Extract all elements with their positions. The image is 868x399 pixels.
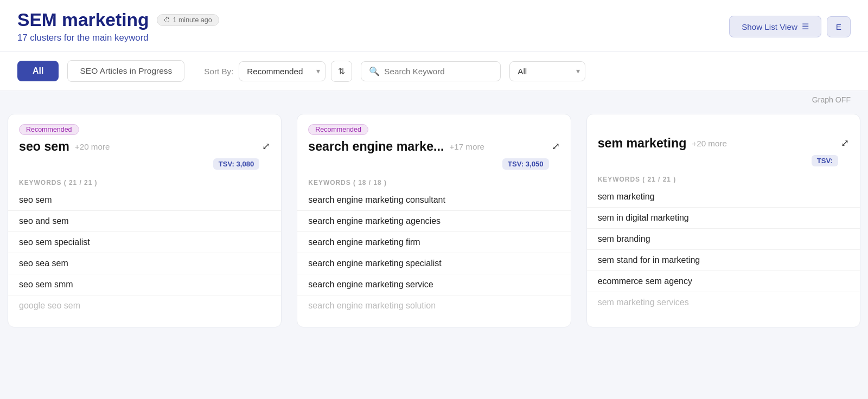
keyword-row[interactable]: search engine marketing firm [297, 232, 570, 253]
tsv-badge: TSV: 3,050 [502, 158, 549, 170]
keyword-row[interactable]: ecommerce sem agency [587, 271, 860, 292]
filter-select-wrapper: All In Progress Done [509, 61, 585, 81]
header-right: Show List View ☰ E [729, 16, 851, 37]
sort-order-icon: ⇅ [338, 67, 345, 76]
clock-icon: ⏱ [164, 16, 170, 24]
keyword-row[interactable]: sem branding [587, 229, 860, 250]
more-label: +17 more [449, 142, 484, 151]
more-label: +20 more [692, 139, 727, 148]
export-icon: E [836, 22, 841, 31]
keyword-row[interactable]: seo sem [8, 190, 281, 211]
card-header: sem marketing +20 more ⤢ TSV: [587, 114, 860, 156]
keywords-header: KEYWORDS ( 18 / 18 ) [297, 172, 570, 190]
card-header: Recommended search engine marke... +17 m… [297, 114, 570, 159]
expand-icon[interactable]: ⤢ [552, 141, 560, 152]
keyword-row[interactable]: search engine marketing consultant [297, 190, 570, 211]
expand-icon[interactable]: ⤢ [262, 141, 270, 152]
expand-icon[interactable]: ⤢ [841, 138, 849, 149]
sort-select-wrapper: Recommended Volume Difficulty [239, 61, 326, 81]
sort-label: Sort By: [204, 67, 233, 76]
card-title: seo sem +20 more [19, 139, 110, 154]
cluster-subtitle: 17 clusters for the main keyword [17, 33, 219, 43]
keyword-row[interactable]: sem marketing services [587, 292, 860, 313]
keyword-row[interactable]: search engine marketing specialist [297, 253, 570, 274]
keyword-row[interactable]: google seo sem [8, 295, 281, 316]
keyword-card: Recommended seo sem +20 more ⤢ TSV: 3,08… [8, 114, 282, 327]
tsv-badge: TSV: 3,080 [213, 158, 260, 170]
card-title: search engine marke... +17 more [308, 139, 484, 154]
toolbar: All SEO Articles in Progress Sort By: Re… [0, 52, 868, 91]
keyword-row[interactable]: sem stand for in marketing [587, 250, 860, 271]
keywords-list: sem marketingsem in digital marketingsem… [587, 186, 860, 313]
filter-select[interactable]: All In Progress Done [509, 61, 585, 81]
keywords-list: seo semseo and semseo sem specialistseo … [8, 190, 281, 316]
search-input[interactable] [384, 67, 493, 76]
keyword-row[interactable]: sem in digital marketing [587, 208, 860, 229]
recommended-badge: Recommended [308, 124, 368, 135]
search-area: 🔍 [361, 61, 501, 81]
show-list-view-button[interactable]: Show List View ☰ [729, 16, 821, 37]
card-title-row: sem marketing +20 more ⤢ [598, 136, 849, 151]
keyword-row[interactable]: search engine marketing solution [297, 295, 570, 316]
keyword-row[interactable]: sem marketing [587, 186, 860, 208]
keywords-list: search engine marketing consultantsearch… [297, 190, 570, 316]
main-title: SEM marketing [17, 10, 149, 30]
tab-seo-articles-button[interactable]: SEO Articles in Progress [67, 60, 184, 82]
keywords-header: KEYWORDS ( 21 / 21 ) [587, 169, 860, 186]
keyword-row[interactable]: search engine marketing service [297, 274, 570, 295]
keywords-header: KEYWORDS ( 21 / 21 ) [8, 172, 281, 190]
keyword-row[interactable]: search engine marketing agencies [297, 211, 570, 232]
cards-container: Recommended seo sem +20 more ⤢ TSV: 3,08… [0, 104, 868, 327]
recommended-badge: Recommended [19, 124, 79, 135]
keyword-row[interactable]: seo sem specialist [8, 232, 281, 253]
card-title-row: seo sem +20 more ⤢ [19, 139, 270, 154]
page-header: SEM marketing ⏱ 1 minute ago 17 clusters… [0, 0, 868, 52]
card-title-row: search engine marke... +17 more ⤢ [308, 139, 559, 154]
timestamp-badge: ⏱ 1 minute ago [157, 14, 219, 26]
list-icon: ☰ [802, 22, 809, 31]
keyword-row[interactable]: seo sem smm [8, 274, 281, 295]
sort-area: Sort By: Recommended Volume Difficulty ⇅ [204, 61, 352, 82]
keyword-card: sem marketing +20 more ⤢ TSV: KEYWORDS (… [586, 114, 860, 327]
tab-all-button[interactable]: All [17, 61, 59, 81]
search-icon: 🔍 [369, 66, 380, 76]
sort-order-button[interactable]: ⇅ [331, 61, 352, 82]
sort-select[interactable]: Recommended Volume Difficulty [239, 61, 326, 81]
export-button[interactable]: E [827, 16, 851, 37]
more-label: +20 more [75, 142, 110, 151]
keyword-row[interactable]: seo and sem [8, 211, 281, 232]
tsv-badge: TSV: [812, 155, 838, 166]
card-title: sem marketing +20 more [598, 136, 727, 151]
header-left: SEM marketing ⏱ 1 minute ago 17 clusters… [17, 10, 219, 43]
graph-off-label: Graph OFF [812, 95, 851, 104]
page-title: SEM marketing ⏱ 1 minute ago [17, 10, 219, 30]
card-header: Recommended seo sem +20 more ⤢ TSV: 3,08… [8, 114, 281, 159]
keyword-row[interactable]: seo sea sem [8, 253, 281, 274]
keyword-card: Recommended search engine marke... +17 m… [297, 114, 571, 327]
graph-off-bar: Graph OFF [0, 91, 868, 104]
